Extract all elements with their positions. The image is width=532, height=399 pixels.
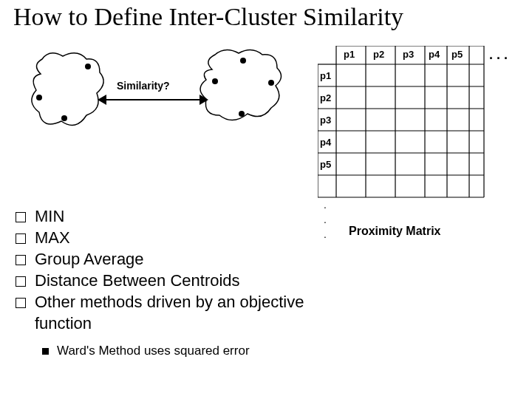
list-item: Group Average	[13, 248, 308, 270]
slide: How to Define Inter-Cluster Similarity S…	[0, 0, 532, 399]
matrix-col-label: p4	[429, 49, 440, 60]
double-arrow-icon	[98, 95, 208, 105]
matrix-col-label: p5	[451, 49, 463, 60]
matrix-grid-icon	[318, 46, 495, 223]
matrix-row-label: p5	[320, 159, 331, 170]
sub-list-item: Ward's Method uses squared error	[13, 341, 308, 361]
bullet-list: MIN MAX Group Average Distance Between C…	[13, 205, 308, 361]
point-icon	[268, 80, 274, 86]
matrix-row-label: p1	[320, 70, 331, 81]
matrix-caption: Proximity Matrix	[349, 225, 440, 238]
list-item: Distance Between Centroids	[13, 270, 308, 291]
ellipsis-v-icon: .	[324, 214, 327, 225]
matrix-row-label: p4	[320, 137, 331, 148]
proximity-matrix: p1 p2 p3 p4 p5 p1 p2 p3 p4 p5 . . . . . …	[318, 46, 525, 260]
matrix-col-label: p1	[344, 49, 355, 60]
cluster-diagram: Similarity?	[26, 44, 292, 155]
matrix-col-label: p2	[373, 49, 384, 60]
cluster-left-icon	[32, 53, 103, 126]
point-icon	[36, 95, 42, 100]
page-title: How to Define Inter-Cluster Similarity	[13, 3, 403, 31]
matrix-col-label: p3	[403, 49, 414, 60]
point-icon	[212, 78, 218, 84]
matrix-row-label: p2	[320, 92, 331, 103]
similarity-label: Similarity?	[117, 80, 170, 92]
list-item: MIN	[13, 205, 308, 227]
ellipsis-v-icon: .	[324, 229, 327, 239]
ellipsis-v-icon: .	[324, 200, 327, 210]
point-icon	[85, 64, 91, 69]
point-icon	[239, 111, 245, 117]
ellipsis-h-icon: . . .	[489, 47, 508, 63]
point-icon	[61, 115, 67, 121]
matrix-row-label: p3	[320, 115, 331, 126]
list-item: MAX	[13, 227, 308, 248]
list-item: Other methods driven by an objective fun…	[13, 291, 308, 334]
point-icon	[240, 58, 246, 64]
